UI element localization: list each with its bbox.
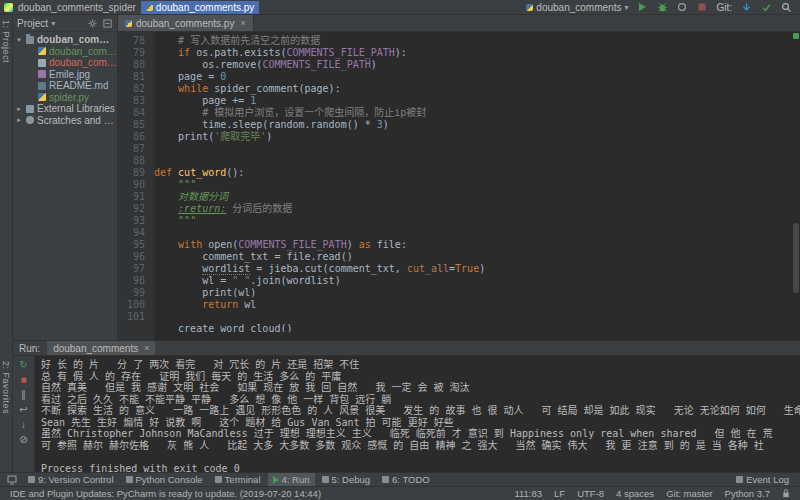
tool-window-switcher-icon[interactable] — [6, 474, 18, 486]
line-number[interactable]: 86 — [118, 131, 154, 143]
line-number[interactable]: 93 — [118, 215, 154, 227]
run-tool-window: Run: douban_comments × ↻■∥↩↓⊘ 好 长 的 片 分 … — [13, 340, 800, 472]
debug-icon — [322, 476, 329, 483]
chevron-down-icon[interactable]: ▾ — [51, 19, 55, 28]
tree-item-label: Emile.jpg — [49, 69, 90, 80]
run-config-icon — [526, 4, 533, 11]
scroll-to-end-button[interactable]: ↓ — [17, 419, 30, 431]
tool-button-run[interactable]: 4: Run — [268, 473, 315, 486]
git-branch[interactable]: Git: master — [666, 488, 712, 499]
project-tree: ▾douban_comments_spiderdouban_comments.p… — [13, 32, 117, 340]
file-encoding[interactable]: UTF-8 — [577, 488, 604, 499]
stripe-project-button[interactable]: 1: Project — [1, 20, 11, 63]
line-separator[interactable]: LF — [554, 488, 565, 499]
code-text: 对数据分词 — [154, 191, 228, 203]
code-line: 100 return wl — [118, 299, 800, 311]
close-icon[interactable]: × — [240, 18, 245, 28]
debug-button[interactable] — [656, 1, 668, 13]
line-number[interactable]: 101 — [118, 311, 154, 323]
run-toolbar: ↻■∥↩↓⊘ — [13, 356, 35, 472]
line-number[interactable]: 100 — [118, 299, 154, 311]
code-text: while spider_comment(page): — [154, 83, 341, 95]
tool-button-label: 5: Debug — [332, 474, 371, 485]
line-number[interactable]: 98 — [118, 275, 154, 287]
line-number[interactable]: 78 — [118, 35, 154, 47]
soft-wrap-button[interactable]: ↩ — [17, 404, 30, 416]
vcs-commit-button[interactable] — [760, 1, 772, 13]
line-number[interactable]: 89 — [118, 167, 154, 179]
scrollbar-thumb[interactable] — [793, 223, 799, 293]
tree-item[interactable]: Emile.jpg — [13, 69, 117, 81]
line-number[interactable]: 80 — [118, 59, 154, 71]
line-number[interactable]: 79 — [118, 47, 154, 59]
tree-item-label: douban_comments.py — [49, 46, 117, 57]
tree-item[interactable]: ▸External Libraries — [13, 103, 117, 115]
indent-setting[interactable]: 4 spaces — [616, 488, 654, 499]
console-line: 自然 真美 但是 我 感谢 文明 社会 如果 现在 放 我 回 自然 我 一定 … — [41, 382, 800, 394]
tree-item[interactable]: douban_comments.py — [13, 46, 117, 58]
vcs-update-button[interactable] — [740, 1, 752, 13]
run-config-selector[interactable]: douban_comments ▾ — [526, 2, 628, 13]
code-text: print(wl) — [154, 287, 256, 299]
tree-item-label: README.md — [49, 80, 108, 91]
lock-icon[interactable] — [780, 488, 792, 500]
coverage-button[interactable] — [676, 1, 688, 13]
tool-button-debug[interactable]: 5: Debug — [317, 473, 376, 486]
editor-scrollbar[interactable] — [792, 32, 800, 340]
line-number[interactable]: 91 — [118, 191, 154, 203]
line-number[interactable]: 96 — [118, 251, 154, 263]
run-button[interactable] — [636, 1, 648, 13]
tool-button-todo[interactable]: 6: TODO — [377, 473, 435, 486]
line-number[interactable]: 88 — [118, 155, 154, 167]
run-tab[interactable]: douban_comments × — [47, 341, 155, 355]
line-number[interactable]: 81 — [118, 71, 154, 83]
search-everywhere-button[interactable] — [780, 1, 792, 13]
tree-item[interactable]: ▸Scratches and Consoles — [13, 115, 117, 127]
clear-output-button[interactable]: ⊘ — [17, 434, 30, 446]
line-number[interactable] — [118, 323, 154, 332]
line-number[interactable]: 95 — [118, 239, 154, 251]
tool-button-event-log[interactable]: Event Log — [731, 473, 794, 486]
inspection-indicator[interactable] — [793, 33, 799, 39]
code-line: 82 while spider_comment(page): — [118, 83, 800, 95]
tool-button-terminal[interactable]: Terminal — [210, 473, 266, 486]
caret-position[interactable]: 111:83 — [514, 488, 542, 499]
pause-output-button[interactable]: ∥ — [17, 389, 30, 401]
tree-toggle-icon[interactable]: ▸ — [15, 105, 23, 113]
code-lines: 78 # 写入数据前先清空之前的数据79 if os.path.exists(C… — [118, 32, 800, 340]
line-number[interactable]: 90 — [118, 179, 154, 191]
stop-button[interactable] — [696, 1, 708, 13]
stripe-favorites-button[interactable]: 2: Favorites — [1, 361, 11, 414]
tree-item[interactable]: README.md — [13, 80, 117, 92]
tree-toggle-icon[interactable]: ▾ — [15, 36, 23, 44]
stop-button[interactable]: ■ — [17, 374, 30, 386]
console-line: Sean 先生 生好 煽情 好 说教 啊 这个 题材 给 Gus Van San… — [41, 417, 800, 429]
breadcrumb-file[interactable]: douban_comments.py — [141, 1, 259, 14]
line-number[interactable]: 84 — [118, 107, 154, 119]
line-number[interactable]: 87 — [118, 143, 154, 155]
line-number[interactable]: 94 — [118, 227, 154, 239]
line-number[interactable]: 83 — [118, 95, 154, 107]
line-number[interactable]: 97 — [118, 263, 154, 275]
tree-item[interactable]: douban_comments.txt — [13, 57, 117, 69]
line-number[interactable]: 85 — [118, 119, 154, 131]
python-interpreter[interactable]: Python 3.7 — [725, 488, 770, 499]
editor-tab[interactable]: douban_comments.py × — [118, 15, 254, 31]
tool-button-version-control[interactable]: 9: Version Control — [23, 473, 119, 486]
code-text: def cut_word(): — [154, 167, 244, 179]
rerun-button[interactable]: ↻ — [17, 359, 30, 371]
tree-item[interactable]: spider.py — [13, 92, 117, 104]
line-number[interactable]: 92 — [118, 203, 154, 215]
tree-toggle-icon[interactable]: ▸ — [15, 116, 23, 124]
settings-icon[interactable] — [86, 17, 98, 29]
collapse-all-icon[interactable] — [101, 17, 113, 29]
scratches-icon — [26, 116, 34, 124]
tree-item[interactable]: ▾douban_comments_spider — [13, 34, 117, 46]
line-number[interactable]: 99 — [118, 287, 154, 299]
breadcrumb-project[interactable]: douban_comments_spider — [18, 2, 136, 13]
line-number[interactable]: 82 — [118, 83, 154, 95]
code-text: return wl — [154, 299, 256, 311]
close-icon[interactable]: × — [144, 343, 149, 353]
tool-button-python-console[interactable]: Python Console — [121, 473, 208, 486]
code-text: # 写入数据前先清空之前的数据 — [154, 35, 320, 47]
